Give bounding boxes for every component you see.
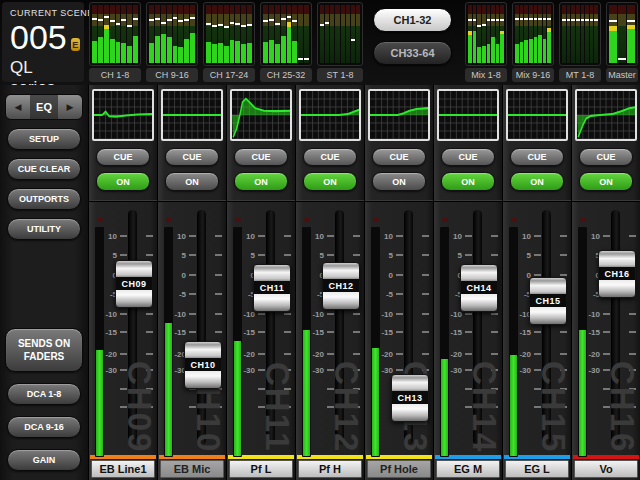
eq-display[interactable] (506, 89, 568, 141)
meter-bar (263, 5, 268, 63)
on-button[interactable]: ON (372, 172, 426, 191)
channel-name-label[interactable]: Pf Hole (367, 460, 431, 478)
fader-knob[interactable]: CH11 (253, 264, 291, 312)
channel-name-label[interactable]: Pf L (229, 460, 293, 478)
fader-tick (629, 235, 636, 237)
sidebar-button-dca-1-8[interactable]: DCA 1-8 (7, 383, 81, 405)
channel-name-label[interactable]: EB Mic (160, 460, 224, 478)
meter-peak-hold (304, 58, 309, 60)
on-button[interactable]: ON (234, 172, 288, 191)
eq-display[interactable] (368, 89, 430, 141)
meter-block-mix-9-16[interactable]: Mix 9-16 (512, 2, 554, 82)
sidebar-button-utility[interactable]: UTILITY (7, 218, 81, 240)
on-button[interactable]: ON (441, 172, 495, 191)
meter-block-mt-1-8[interactable]: MT 1-8 (559, 2, 601, 82)
meter-fill (230, 40, 235, 63)
channel-name-label[interactable]: EB Line1 (91, 460, 155, 478)
on-button[interactable]: ON (96, 172, 150, 191)
cue-button[interactable]: CUE (165, 148, 219, 166)
meter-peak-hold (190, 17, 195, 19)
fader-knob[interactable]: CH10 (184, 341, 222, 389)
meter-block-st-1-8[interactable]: ST 1-8 (317, 2, 363, 82)
view-next-button[interactable]: ▶ (58, 95, 82, 119)
fader-tick (189, 274, 196, 276)
channel-strip-ch10: CUEONCH101050-5-10-15-20-30CH10EB Mic (158, 85, 226, 480)
eq-display[interactable] (92, 89, 154, 141)
on-button[interactable]: ON (303, 172, 357, 191)
meter-fill (520, 42, 524, 63)
channel-strip-ch15: CUEONCH151050-5-10-15-20-30CH15EG L (503, 85, 571, 480)
sidebar-button-setup[interactable]: SETUP (7, 128, 81, 150)
bank-button-ch1-32[interactable]: CH1-32 (373, 8, 452, 32)
sends-on-faders-button[interactable]: SENDS ON FADERS (5, 328, 83, 372)
clip-indicator (304, 218, 310, 222)
meter-fill (212, 44, 217, 63)
fader-tick (284, 313, 291, 315)
bank-button-ch33-64[interactable]: CH33-64 (373, 41, 452, 65)
meter-bar (341, 5, 345, 63)
meter-peak-hold (121, 19, 126, 21)
cue-button[interactable]: CUE (441, 148, 495, 166)
cue-button[interactable]: CUE (96, 148, 150, 166)
meter-peak-hold (127, 25, 132, 27)
channel-name-label[interactable]: EG M (436, 460, 500, 478)
scene-panel[interactable]: CURRENT SCENE 005 E QL series (2, 2, 84, 82)
meter-block-mix-1-8[interactable]: Mix 1-8 (465, 2, 507, 82)
sidebar-button-outports[interactable]: OUTPORTS (7, 188, 81, 210)
channel-name-label[interactable]: EG L (505, 460, 569, 478)
meter-block-master[interactable]: Master (606, 2, 638, 82)
cue-button[interactable]: CUE (303, 148, 357, 166)
meter-bar (121, 5, 126, 63)
view-prev-button[interactable]: ◀ (6, 95, 30, 119)
eq-display[interactable] (299, 89, 361, 141)
meter-block-ch-17-24[interactable]: CH 17-24 (203, 2, 255, 82)
channel-strip-ch12: CUEONCH121050-5-10-15-20-30CH12Pf H (296, 85, 364, 480)
fader-knob[interactable]: CH09 (115, 260, 153, 308)
cue-button[interactable]: CUE (579, 148, 633, 166)
meter-block-ch-9-16[interactable]: CH 9-16 (146, 2, 198, 82)
meter-block-label: ST 1-8 (317, 68, 363, 82)
fader-knob[interactable]: CH13 (391, 374, 429, 422)
meter-bar (178, 5, 183, 63)
meter-block-ch-1-8[interactable]: CH 1-8 (89, 2, 141, 82)
cue-button[interactable]: CUE (510, 148, 564, 166)
fader-knob[interactable]: CH14 (460, 264, 498, 312)
eq-display[interactable] (230, 89, 292, 141)
meter-bars (465, 2, 507, 66)
cue-button[interactable]: CUE (372, 148, 426, 166)
meter-peak-hold (543, 18, 547, 20)
channel-name-label[interactable]: Vo (574, 460, 638, 478)
fader-tick (215, 235, 222, 237)
meter-peak-hold (627, 20, 635, 22)
eq-display[interactable] (575, 89, 637, 141)
fader-tick (534, 235, 541, 237)
fader-knob[interactable]: CH16 (598, 250, 636, 298)
fader-knob-label: CH10 (185, 358, 221, 371)
fader-knob[interactable]: CH15 (529, 277, 567, 325)
on-button[interactable]: ON (510, 172, 564, 191)
meter-fill (116, 42, 121, 63)
cue-button[interactable]: CUE (234, 148, 288, 166)
meter-bars (317, 2, 363, 66)
fader-tick (534, 331, 541, 333)
fader-tick (146, 353, 153, 355)
sidebar-button-cue-clear[interactable]: CUE CLEAR (7, 158, 81, 180)
fader-tick (327, 313, 334, 315)
on-button[interactable]: ON (579, 172, 633, 191)
meter-peak-hold (218, 24, 223, 26)
eq-display[interactable] (437, 89, 499, 141)
meter-bar (524, 5, 528, 63)
meter-block-label: CH 25-32 (260, 68, 312, 82)
meter-block-ch-25-32[interactable]: CH 25-32 (260, 2, 312, 82)
meter-fill (287, 27, 292, 63)
meter-fill (167, 37, 172, 63)
sidebar-button-gain[interactable]: GAIN (7, 449, 81, 471)
on-button[interactable]: ON (165, 172, 219, 191)
channel-name-label[interactable]: Pf H (298, 460, 362, 478)
eq-display[interactable] (161, 89, 223, 141)
fader-tick (189, 235, 196, 237)
fader-tick (396, 235, 403, 237)
fader-knob[interactable]: CH12 (322, 262, 360, 310)
meter-bar (330, 5, 334, 63)
sidebar-button-dca-9-16[interactable]: DCA 9-16 (7, 416, 81, 438)
